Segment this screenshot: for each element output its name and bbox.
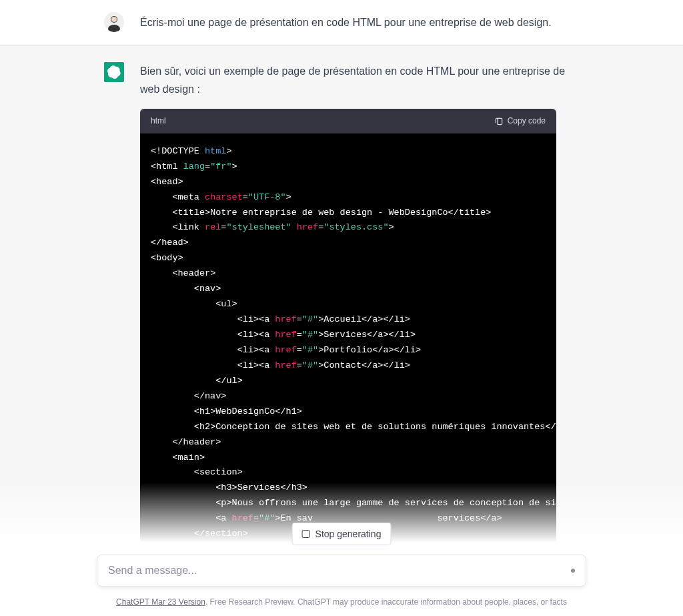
- code-body[interactable]: <!DOCTYPE html> <html lang="fr"> <head> …: [140, 133, 556, 553]
- message-input[interactable]: [108, 565, 554, 577]
- stop-generating-label: Stop generating: [315, 529, 382, 539]
- message-input-box[interactable]: [97, 555, 586, 587]
- user-face-icon: [104, 12, 124, 32]
- clipboard-icon: [494, 117, 504, 126]
- footer-note: ChatGPT Mar 23 Version. Free Research Pr…: [0, 597, 683, 607]
- svg-point-3: [111, 17, 117, 22]
- code-content: <!DOCTYPE html> <html lang="fr"> <head> …: [151, 144, 546, 542]
- version-link[interactable]: ChatGPT Mar 23 Version: [116, 597, 205, 607]
- typing-indicator-icon: [571, 569, 575, 573]
- input-area: [97, 555, 586, 587]
- assistant-message-row: Bien sûr, voici un exemple de page de pr…: [0, 46, 683, 569]
- assistant-intro-text: Bien sûr, voici un exemple de page de pr…: [140, 62, 584, 98]
- assistant-avatar: [104, 62, 124, 82]
- copy-code-button[interactable]: Copy code: [494, 114, 546, 127]
- footer-text: . Free Research Preview. ChatGPT may pro…: [205, 597, 567, 607]
- user-message-text: Écris-moi une page de présentation en co…: [140, 12, 584, 32]
- svg-rect-4: [497, 118, 502, 124]
- stop-generating-button[interactable]: Stop generating: [292, 523, 392, 545]
- openai-logo-icon: [107, 65, 121, 79]
- stop-icon: [302, 530, 310, 538]
- conversation: Écris-moi une page de présentation en co…: [0, 0, 683, 569]
- assistant-message-content: Bien sûr, voici un exemple de page de pr…: [140, 62, 584, 553]
- code-language-label: html: [151, 114, 166, 127]
- user-avatar: [104, 12, 124, 32]
- user-message-row: Écris-moi une page de présentation en co…: [0, 0, 683, 46]
- copy-code-label: Copy code: [508, 114, 546, 127]
- code-block: html Copy code <!DOCTYPE html> <html lan…: [140, 109, 556, 553]
- code-header: html Copy code: [140, 109, 556, 133]
